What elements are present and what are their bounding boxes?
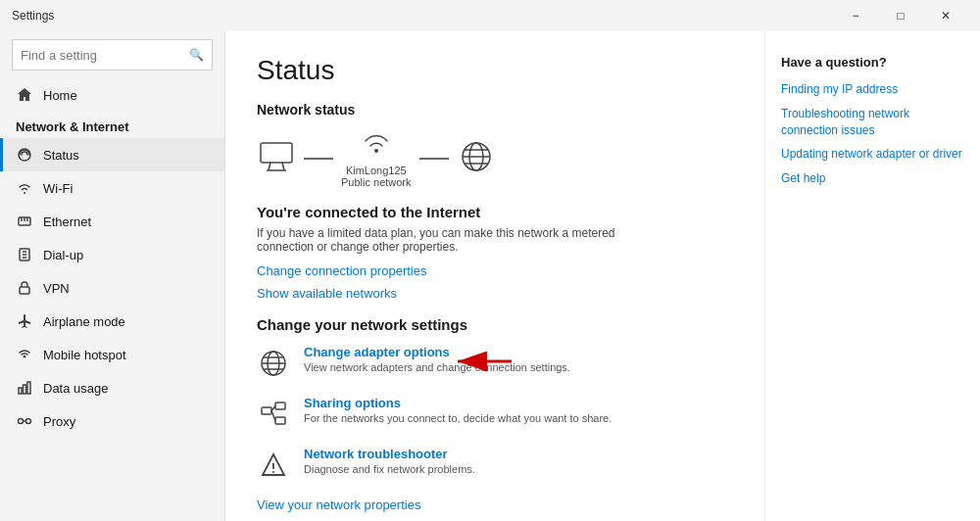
app-body: 🔍 Home Network & Internet Status (0, 31, 980, 521)
main-content: Status Network status (225, 31, 764, 521)
hotspot-icon (16, 346, 33, 363)
sharing-text: Sharing options For the networks you con… (304, 396, 612, 424)
sidebar-section-title: Network & Internet (0, 112, 224, 138)
svg-point-21 (374, 149, 378, 153)
maximize-button[interactable]: □ (878, 0, 923, 31)
sidebar-label-proxy: Proxy (43, 414, 75, 429)
sidebar-item-dialup[interactable]: Dial-up (0, 238, 224, 271)
svg-point-0 (19, 149, 30, 161)
vpn-icon (16, 279, 33, 297)
proxy-icon (16, 412, 33, 430)
ethernet-icon (16, 213, 33, 230)
sharing-setting-item: Sharing options For the networks you con… (257, 396, 733, 431)
help-link-adapter[interactable]: Updating network adapter or driver (781, 146, 964, 163)
svg-rect-17 (261, 143, 292, 163)
sidebar-label-status: Status (43, 148, 79, 163)
connected-title: You're connected to the Internet (257, 204, 733, 220)
help-link-gethelp[interactable]: Get help (781, 170, 964, 187)
search-box[interactable]: 🔍 (12, 39, 213, 71)
svg-point-40 (272, 471, 274, 473)
close-button[interactable]: ✕ (923, 0, 968, 31)
sidebar-item-data-usage[interactable]: Data usage (0, 371, 224, 404)
airplane-icon (16, 312, 33, 330)
help-link-troubleshoot[interactable]: Troubleshooting network connection issue… (781, 106, 964, 139)
sharing-title[interactable]: Sharing options (304, 396, 612, 410)
search-input[interactable] (21, 48, 185, 63)
dialup-icon (16, 246, 33, 263)
troubleshoot-desc: Diagnose and fix network problems. (304, 463, 475, 475)
title-bar: Settings − □ ✕ (0, 0, 980, 31)
network-label: KimLong125 (346, 165, 407, 176)
sidebar-item-proxy[interactable]: Proxy (0, 404, 224, 438)
svg-line-19 (282, 163, 284, 170)
change-connection-link[interactable]: Change connection properties (257, 263, 733, 278)
svg-rect-12 (24, 385, 26, 394)
minimize-button[interactable]: − (833, 0, 878, 31)
help-link-ip[interactable]: Finding my IP address (781, 81, 964, 98)
help-title: Have a question? (781, 55, 964, 70)
connected-desc: If you have a limited data plan, you can… (257, 226, 629, 254)
status-icon (16, 146, 33, 164)
sidebar-label-airplane: Airplane mode (43, 314, 125, 329)
sidebar-label-hotspot: Mobile hotspot (43, 348, 126, 362)
adapter-desc: View network adapters and change connect… (304, 361, 570, 373)
computer-icon (257, 141, 296, 176)
svg-rect-11 (19, 388, 22, 394)
svg-rect-9 (20, 287, 29, 294)
change-settings-title: Change your network settings (257, 316, 733, 333)
arrow-annotation (443, 347, 521, 379)
home-icon (16, 86, 33, 104)
sidebar-item-status[interactable]: Status (0, 138, 224, 171)
troubleshoot-icon (257, 449, 290, 482)
show-networks-link[interactable]: Show available networks (257, 286, 733, 301)
sidebar-label-home: Home (43, 88, 77, 103)
svg-line-18 (269, 163, 270, 170)
wifi-diagram-icon: KimLong125 Public network (341, 129, 412, 188)
sidebar-label-wifi: Wi-Fi (43, 181, 73, 196)
sidebar-label-data-usage: Data usage (43, 381, 109, 396)
adapter-icon (257, 347, 290, 380)
sidebar-label-dialup: Dial-up (43, 248, 83, 262)
network-line-1 (304, 158, 333, 160)
search-icon: 🔍 (189, 48, 204, 62)
svg-rect-34 (262, 407, 271, 414)
adapter-title[interactable]: Change adapter options (304, 345, 570, 359)
network-diagram: KimLong125 Public network (257, 129, 733, 188)
sidebar-label-ethernet: Ethernet (43, 214, 91, 229)
sidebar-item-vpn[interactable]: VPN (0, 271, 224, 305)
troubleshoot-text: Network troubleshooter Diagnose and fix … (304, 447, 475, 475)
svg-line-38 (271, 411, 275, 421)
sharing-icon (257, 398, 290, 431)
sharing-desc: For the networks you connect to, decide … (304, 412, 612, 424)
svg-point-15 (26, 419, 31, 424)
sidebar-label-vpn: VPN (43, 281, 70, 296)
svg-point-10 (24, 355, 26, 358)
network-status-title: Network status (257, 102, 733, 118)
sidebar: 🔍 Home Network & Internet Status (0, 31, 225, 521)
page-title: Status (257, 55, 733, 86)
sidebar-item-hotspot[interactable]: Mobile hotspot (0, 338, 224, 371)
network-type: Public network (341, 176, 412, 188)
globe-icon (457, 139, 496, 178)
svg-rect-35 (275, 403, 285, 409)
wifi-icon (16, 179, 33, 197)
sidebar-item-ethernet[interactable]: Ethernet (0, 205, 224, 238)
data-usage-icon (16, 379, 33, 397)
sidebar-item-wifi[interactable]: Wi-Fi (0, 171, 224, 205)
svg-point-14 (19, 419, 24, 424)
sidebar-item-airplane[interactable]: Airplane mode (0, 305, 224, 338)
adapter-text: Change adapter options View network adap… (304, 345, 570, 373)
right-panel: Have a question? Finding my IP address T… (764, 31, 980, 521)
troubleshoot-title[interactable]: Network troubleshooter (304, 447, 475, 461)
app-title: Settings (12, 9, 54, 23)
svg-rect-13 (27, 382, 30, 394)
window-controls: − □ ✕ (833, 0, 968, 31)
adapter-setting-item: Change adapter options View network adap… (257, 345, 733, 380)
svg-rect-36 (275, 417, 285, 424)
sidebar-item-home[interactable]: Home (0, 78, 224, 112)
network-line-2 (419, 158, 449, 160)
troubleshoot-setting-item: Network troubleshooter Diagnose and fix … (257, 447, 733, 482)
network-properties-link[interactable]: View your network properties (257, 497, 733, 512)
